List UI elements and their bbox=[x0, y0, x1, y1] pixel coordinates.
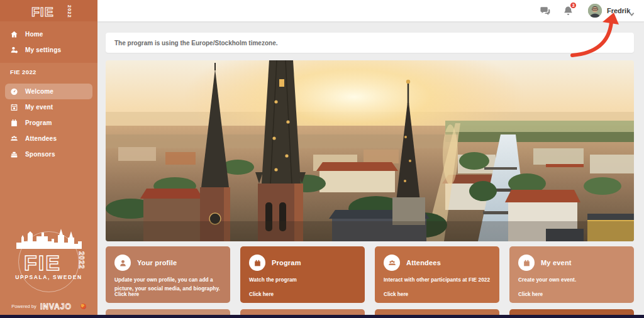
card-title: My event bbox=[541, 259, 572, 266]
chevron-down-icon[interactable] bbox=[629, 8, 635, 14]
chat-icon[interactable] bbox=[540, 6, 550, 16]
svg-text:2022: 2022 bbox=[78, 251, 86, 269]
powered-by-label: Powered by bbox=[11, 304, 36, 309]
topbar: 3 Fredrik bbox=[97, 0, 644, 21]
people-icon bbox=[384, 255, 400, 271]
svg-text:2022: 2022 bbox=[67, 5, 72, 18]
clipboard-icon bbox=[10, 119, 18, 127]
people-icon bbox=[10, 134, 18, 143]
calendar-icon bbox=[249, 255, 265, 271]
svg-text:FIE: FIE bbox=[31, 4, 54, 19]
fie-logo-icon: FIE 2022 bbox=[26, 2, 72, 19]
sidebar-item-label: Attendees bbox=[25, 135, 57, 142]
hero-image-uppsala-cityscape bbox=[106, 60, 634, 241]
sidebar-item-label: Home bbox=[25, 31, 43, 38]
sidebar-logo: FIE 2022 bbox=[0, 0, 97, 21]
user-name[interactable]: Fredrik bbox=[607, 7, 630, 14]
card-my-event[interactable]: My event Create your own event. Click he… bbox=[509, 246, 634, 303]
timezone-notice-text: The program is using the Europe/Stockhol… bbox=[114, 40, 277, 47]
card-your-profile[interactable]: Your profile Update your own profile, yo… bbox=[106, 246, 230, 303]
card-title: Attendees bbox=[406, 259, 441, 266]
sidebar-item-welcome[interactable]: Welcome bbox=[5, 84, 92, 99]
badge-location: UPPSALA, SWEDEN bbox=[0, 274, 97, 280]
invajo-logo: INVAJO bbox=[40, 302, 77, 310]
main-content: The program is using the Europe/Stockhol… bbox=[97, 21, 644, 318]
sidebar-main-nav: Home My settings bbox=[0, 21, 97, 63]
user-icon bbox=[114, 255, 131, 271]
user-settings-icon bbox=[10, 46, 18, 54]
card-link[interactable]: Click here bbox=[518, 292, 543, 297]
home-icon bbox=[10, 30, 18, 38]
powered-by: Powered by INVAJO bbox=[0, 302, 97, 310]
sidebar-item-label: Program bbox=[25, 119, 52, 126]
sidebar-item-label: My event bbox=[25, 104, 53, 111]
sidebar-item-home[interactable]: Home bbox=[5, 26, 92, 42]
card-description: Update your own profile, you can add a p… bbox=[114, 276, 221, 293]
sidebar-item-program[interactable]: Program bbox=[5, 115, 92, 131]
card-link[interactable]: Click here bbox=[114, 292, 139, 297]
card-description: Watch the program bbox=[249, 276, 356, 285]
shortcut-cards: Your profile Update your own profile, yo… bbox=[106, 246, 634, 303]
uppsala-skyline-icon bbox=[16, 228, 82, 249]
timezone-notice: The program is using the Europe/Stockhol… bbox=[106, 33, 634, 53]
sidebar-item-my-event[interactable]: My event bbox=[5, 99, 92, 115]
card-link[interactable]: Click here bbox=[249, 292, 274, 297]
sidebar-item-sponsors[interactable]: Sponsors bbox=[5, 146, 92, 162]
sidebar: FIE 2022 Home My settings FIE 2022 bbox=[0, 0, 97, 318]
calendar-event-icon bbox=[10, 103, 18, 111]
invajo-logo-dot bbox=[80, 304, 86, 309]
card-title: Program bbox=[272, 259, 301, 266]
sidebar-event-nav: Welcome My event Program Attendees bbox=[0, 84, 97, 162]
sidebar-item-label: Welcome bbox=[25, 88, 53, 95]
card-description: Interact with other participants at FIE … bbox=[384, 276, 491, 285]
sidebar-item-attendees[interactable]: Attendees bbox=[5, 131, 92, 146]
sidebar-item-my-settings[interactable]: My settings bbox=[5, 42, 92, 58]
sidebar-section-label: FIE 2022 bbox=[10, 69, 36, 75]
calendar-icon bbox=[518, 255, 535, 271]
event-app-page: FIE 2022 Home My settings FIE 2022 bbox=[0, 0, 644, 318]
card-link[interactable]: Click here bbox=[384, 292, 408, 297]
avatar-photo bbox=[588, 4, 602, 18]
card-attendees[interactable]: Attendees Interact with other participan… bbox=[375, 246, 499, 303]
card-title: Your profile bbox=[137, 259, 177, 266]
svg-text:FIE: FIE bbox=[24, 251, 61, 275]
card-description: Create your own event. bbox=[518, 276, 625, 285]
avatar[interactable] bbox=[588, 4, 602, 18]
event-badge: FIE 2022 UPPSALA, SWEDEN bbox=[0, 228, 97, 280]
gauge-icon bbox=[10, 87, 18, 96]
fie-badge-logo: FIE 2022 bbox=[11, 246, 87, 275]
sidebar-item-label: My settings bbox=[25, 47, 61, 53]
sidebar-item-label: Sponsors bbox=[25, 151, 55, 158]
svg-text:INVAJO: INVAJO bbox=[40, 302, 72, 311]
card-program[interactable]: Program Watch the program Click here bbox=[240, 246, 365, 303]
register-icon bbox=[10, 150, 18, 158]
notification-badge[interactable]: 3 bbox=[569, 1, 577, 9]
bottom-edge-strip bbox=[0, 315, 644, 318]
